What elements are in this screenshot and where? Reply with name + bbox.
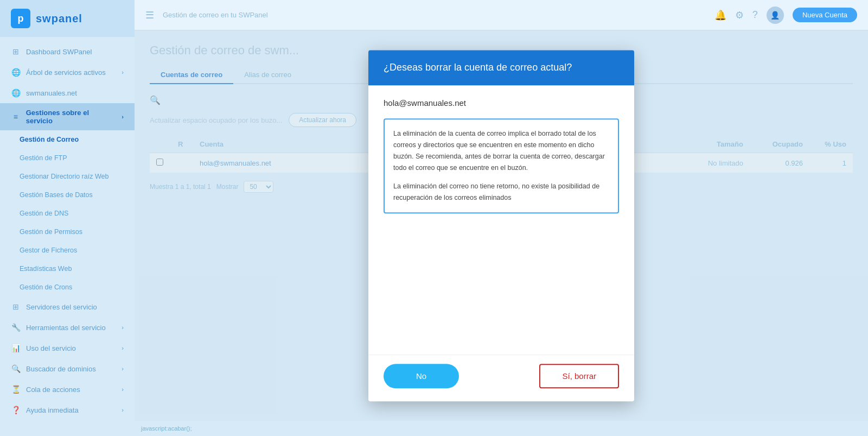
sidebar-label-ayuda: Ayuda inmediata [26,406,79,414]
sidebar-label-gestion-dns: Gestión de DNS [20,210,68,217]
sidebar-item-gestor-ficheros[interactable]: Gestor de Ficheros [0,241,135,260]
sidebar-item-gestionar-dir[interactable]: Gestionar Directorio raíz Web [0,167,135,186]
sidebar-item-uso[interactable]: 📊Uso del servicio› [0,338,135,358]
sidebar-label-gestion-correo: Gestión de Correo [20,136,79,143]
modal-warning-p2: La eliminación del correo no tiene retor… [393,181,609,204]
sidebar-item-dashboard[interactable]: ⊞Dashboard SWPanel [0,41,135,62]
sidebar-item-gestion-ftp[interactable]: Gestión de FTP [0,149,135,167]
sidebar-item-gestiones[interactable]: ≡Gestiones sobre el servicio› [0,103,135,130]
notification-icon[interactable]: 🔔 [714,9,726,21]
sidebar-icon-uso: 📊 [11,343,21,353]
chevron-down-icon: › [122,113,124,120]
sidebar-item-gestion-correo[interactable]: Gestión de Correo [0,130,135,149]
sidebar-label-uso: Uso del servicio [26,344,76,352]
sidebar-item-cola[interactable]: ⏳Cola de acciones› [0,379,135,400]
sidebar-icon-gestiones: ≡ [11,112,21,122]
nueva-cuenta-button[interactable]: Nueva Cuenta [793,8,857,22]
sidebar-item-herramientas[interactable]: 🔧Herramientas del servicio› [0,317,135,338]
sidebar-label-gestion-crons: Gestión de Crons [20,283,72,291]
sidebar-icon-servidores: ⊞ [11,302,21,312]
modal-warning: La eliminación de la cuenta de correo im… [384,118,619,214]
sidebar-item-gestion-bd[interactable]: Gestión Bases de Datos [0,186,135,204]
chevron-down-icon: › [122,69,124,75]
modal-dialog: ¿Deseas borrar la cuenta de correo actua… [368,50,634,402]
topbar-icons: 🔔 ⚙ ? 👤 Nueva Cuenta [714,7,857,24]
chevron-down-icon: › [122,407,124,413]
sidebar-item-gestion-permisos[interactable]: Gestión de Permisos [0,223,135,241]
sidebar-label-arbol: Árbol de servicios activos [26,68,106,77]
sidebar-label-gestion-ftp: Gestión de FTP [20,154,67,162]
topbar: ☰ Gestión de correo en tu SWPanel 🔔 ⚙ ? … [135,0,868,30]
sidebar-item-buscador[interactable]: 🔍Buscador de dominios› [0,358,135,379]
sidebar-icon-cola: ⏳ [11,384,21,394]
sidebar-icon-herramientas: 🔧 [11,323,21,332]
sidebar-label-buscador: Buscador de dominios [26,365,96,373]
sidebar-item-ayuda[interactable]: ❓Ayuda inmediata› [0,400,135,420]
chevron-down-icon: › [122,386,124,393]
sidebar-label-gestion-bd: Gestión Bases de Datos [20,191,93,199]
sidebar-logo: p swpanel [0,0,135,37]
modal-body: hola@swmanuales.net La eliminación de la… [368,85,634,355]
modal-header: ¿Deseas borrar la cuenta de correo actua… [368,50,634,85]
logo-icon: p [11,9,30,28]
avatar[interactable]: 👤 [767,7,784,24]
sidebar-item-gestion-dns[interactable]: Gestión de DNS [0,204,135,223]
breadcrumb: Gestión de correo en tu SWPanel [163,11,706,19]
sidebar-label-gestionar-dir: Gestionar Directorio raíz Web [20,173,108,180]
sidebar-item-swmanuales[interactable]: 🌐swmanuales.net [0,83,135,103]
sidebar: p swpanel ⊞Dashboard SWPanel🌐Árbol de se… [0,0,135,436]
sidebar-item-arbol[interactable]: 🌐Árbol de servicios activos› [0,62,135,83]
logo-text: swpanel [36,12,82,25]
sidebar-item-gestion-crons[interactable]: Gestión de Crons [0,278,135,296]
chevron-down-icon: › [122,365,124,372]
sidebar-icon-ayuda: ❓ [11,405,21,415]
sidebar-icon-arbol: 🌐 [11,67,21,77]
content-area: Gestión de correo de swm... Cuentas de c… [135,30,868,421]
chevron-down-icon: › [122,324,124,331]
gear-icon[interactable]: ⚙ [735,9,744,21]
sidebar-label-gestion-permisos: Gestión de Permisos [20,228,82,236]
sidebar-label-gestor-ficheros: Gestor de Ficheros [20,247,77,254]
menu-icon[interactable]: ☰ [145,9,154,21]
modal-warning-p1: La eliminación de la cuenta de correo im… [393,128,609,174]
sidebar-label-swmanuales: swmanuales.net [26,89,77,97]
modal-footer: No Sí, borrar [368,355,634,401]
sidebar-nav: ⊞Dashboard SWPanel🌐Árbol de servicios ac… [0,37,135,436]
sidebar-item-estadisticas[interactable]: Estadísticas Web [0,260,135,278]
sidebar-label-herramientas: Herramientas del servicio [26,324,106,332]
chevron-down-icon: › [122,345,124,351]
statusbar: javascript:acabar(); [135,421,868,436]
main-content: ☰ Gestión de correo en tu SWPanel 🔔 ⚙ ? … [135,0,868,436]
sidebar-label-cola: Cola de acciones [26,386,80,394]
sidebar-icon-buscador: 🔍 [11,364,21,374]
help-icon[interactable]: ? [752,9,758,21]
yes-borrar-button[interactable]: Sí, borrar [539,364,619,388]
modal-email: hola@swmanuales.net [384,98,619,108]
sidebar-label-estadisticas: Estadísticas Web [20,265,72,273]
sidebar-icon-dashboard: ⊞ [11,47,21,56]
modal-spacer [384,222,619,342]
sidebar-icon-swmanuales: 🌐 [11,88,21,98]
modal-title: ¿Deseas borrar la cuenta de correo actua… [384,62,572,73]
no-button[interactable]: No [384,364,459,388]
sidebar-item-servidores[interactable]: ⊞Servidores del servicio [0,296,135,317]
sidebar-label-servidores: Servidores del servicio [26,303,97,311]
statusbar-text: javascript:acabar(); [141,425,192,432]
sidebar-label-gestiones: Gestiones sobre el servicio [26,109,117,125]
sidebar-label-dashboard: Dashboard SWPanel [26,48,92,56]
